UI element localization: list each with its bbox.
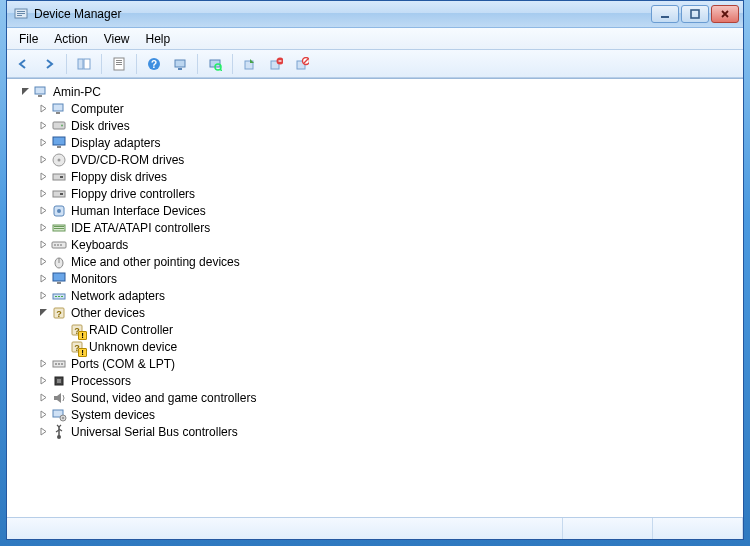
menu-view[interactable]: View xyxy=(96,30,138,48)
floppy-icon xyxy=(51,169,67,185)
expand-icon[interactable] xyxy=(37,375,49,387)
tree-node[interactable]: ?!Unknown device xyxy=(55,338,743,355)
action-button[interactable] xyxy=(168,53,192,75)
menu-action[interactable]: Action xyxy=(46,30,95,48)
tree-node-label: Monitors xyxy=(71,272,117,286)
svg-point-67 xyxy=(62,417,64,419)
svg-rect-15 xyxy=(178,68,182,70)
forward-button[interactable] xyxy=(37,53,61,75)
minimize-button[interactable] xyxy=(651,5,679,23)
tree-node[interactable]: Mice and other pointing devices xyxy=(37,253,743,270)
svg-rect-11 xyxy=(116,64,122,65)
collapse-icon[interactable] xyxy=(37,307,49,319)
tree-node-label: Amin-PC xyxy=(53,85,101,99)
menu-file[interactable]: File xyxy=(11,30,46,48)
svg-text:?: ? xyxy=(56,309,62,319)
svg-rect-26 xyxy=(56,112,60,114)
svg-rect-5 xyxy=(691,10,699,18)
svg-rect-44 xyxy=(57,244,59,246)
tree-node[interactable]: Display adapters xyxy=(37,134,743,151)
properties-button[interactable] xyxy=(107,53,131,75)
tree-node[interactable]: Floppy drive controllers xyxy=(37,185,743,202)
expand-icon[interactable] xyxy=(37,188,49,200)
tree-node[interactable]: DVD/CD-ROM drives xyxy=(37,151,743,168)
console-tree-button[interactable] xyxy=(72,53,96,75)
expand-icon[interactable] xyxy=(37,154,49,166)
scan-hardware-button[interactable] xyxy=(203,53,227,75)
tree-node[interactable]: Monitors xyxy=(37,270,743,287)
tree-node[interactable]: Floppy disk drives xyxy=(37,168,743,185)
svg-rect-9 xyxy=(116,60,122,61)
tree-node[interactable]: Sound, video and game controllers xyxy=(37,389,743,406)
svg-rect-43 xyxy=(54,244,56,246)
display-icon xyxy=(51,135,67,151)
tree-node[interactable]: ?!RAID Controller xyxy=(55,321,743,338)
svg-rect-34 xyxy=(60,176,63,178)
tree-node[interactable]: Amin-PC xyxy=(19,83,743,100)
toolbar-separator xyxy=(66,54,67,74)
disable-button[interactable] xyxy=(290,53,314,75)
tree-node[interactable]: Universal Serial Bus controllers xyxy=(37,423,743,440)
svg-rect-25 xyxy=(53,104,63,111)
tree-node-label: Disk drives xyxy=(71,119,130,133)
expand-icon[interactable] xyxy=(37,409,49,421)
svg-point-32 xyxy=(58,158,61,161)
tree-node[interactable]: Processors xyxy=(37,372,743,389)
tree-node[interactable]: System devices xyxy=(37,406,743,423)
expand-icon[interactable] xyxy=(37,137,49,149)
tree-node-label: Ports (COM & LPT) xyxy=(71,357,175,371)
uninstall-button[interactable] xyxy=(264,53,288,75)
update-driver-button[interactable] xyxy=(238,53,262,75)
window-title: Device Manager xyxy=(34,7,649,21)
tree-node-label: System devices xyxy=(71,408,155,422)
expand-icon[interactable] xyxy=(37,273,49,285)
device-tree-pane[interactable]: Amin-PCComputerDisk drivesDisplay adapte… xyxy=(7,78,743,517)
maximize-button[interactable] xyxy=(681,5,709,23)
tree-node[interactable]: ?Other devices xyxy=(37,304,743,321)
titlebar[interactable]: Device Manager xyxy=(7,1,743,28)
tree-node[interactable]: Human Interface Devices xyxy=(37,202,743,219)
expand-icon[interactable] xyxy=(37,222,49,234)
svg-rect-33 xyxy=(53,174,65,180)
ports-icon xyxy=(51,356,67,372)
tree-node[interactable]: IDE ATA/ATAPI controllers xyxy=(37,219,743,236)
expand-icon[interactable] xyxy=(37,290,49,302)
svg-rect-41 xyxy=(54,228,64,229)
toolbar: ? xyxy=(7,50,743,78)
expand-icon[interactable] xyxy=(37,103,49,115)
svg-rect-64 xyxy=(57,379,61,383)
expand-icon[interactable] xyxy=(37,426,49,438)
expand-icon[interactable] xyxy=(37,205,49,217)
optical-icon xyxy=(51,152,67,168)
svg-rect-36 xyxy=(60,193,63,195)
svg-rect-35 xyxy=(53,191,65,197)
tree-node-label: Display adapters xyxy=(71,136,160,150)
unknown-device-icon: ?! xyxy=(69,322,85,338)
svg-rect-6 xyxy=(78,59,83,69)
back-button[interactable] xyxy=(11,53,35,75)
close-button[interactable] xyxy=(711,5,739,23)
tree-node[interactable]: Ports (COM & LPT) xyxy=(37,355,743,372)
svg-rect-3 xyxy=(17,15,22,16)
computer-root-icon xyxy=(33,84,49,100)
tree-node[interactable]: Disk drives xyxy=(37,117,743,134)
tree-node-label: Sound, video and game controllers xyxy=(71,391,256,405)
expand-icon[interactable] xyxy=(37,392,49,404)
menu-help[interactable]: Help xyxy=(138,30,179,48)
svg-rect-27 xyxy=(53,122,65,129)
expand-icon[interactable] xyxy=(37,256,49,268)
menubar: File Action View Help xyxy=(7,28,743,50)
tree-node[interactable]: Keyboards xyxy=(37,236,743,253)
network-icon xyxy=(51,288,67,304)
expand-icon[interactable] xyxy=(37,239,49,251)
computer-icon xyxy=(51,101,67,117)
tree-node[interactable]: Network adapters xyxy=(37,287,743,304)
expand-icon[interactable] xyxy=(37,120,49,132)
tree-node[interactable]: Computer xyxy=(37,100,743,117)
help-button[interactable]: ? xyxy=(142,53,166,75)
svg-rect-30 xyxy=(57,146,61,148)
collapse-icon[interactable] xyxy=(19,86,31,98)
tree-node-label: Network adapters xyxy=(71,289,165,303)
expand-icon[interactable] xyxy=(37,171,49,183)
expand-icon[interactable] xyxy=(37,358,49,370)
